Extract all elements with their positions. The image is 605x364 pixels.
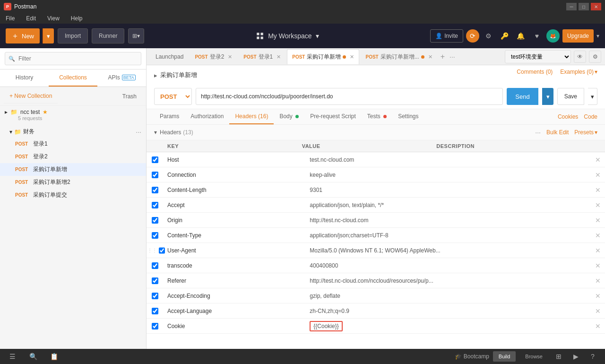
sidebar-tab-collections[interactable]: Collections [49, 69, 97, 87]
tab-purchase-add[interactable]: POST 采购订单新增 ✕ [287, 49, 359, 64]
save-button[interactable]: Save [557, 88, 584, 105]
search-bottom-button[interactable]: 🔍 [26, 350, 40, 363]
delete-row-button[interactable]: ✕ [595, 217, 601, 224]
bell-icon[interactable]: 🔔 [514, 29, 527, 43]
key-icon[interactable]: 🔑 [498, 29, 511, 43]
build-tab-button[interactable]: Build [493, 351, 516, 362]
menu-help[interactable]: Help [69, 14, 85, 23]
delete-row-button[interactable]: ✕ [595, 292, 601, 300]
sidebar-tab-history[interactable]: History [0, 69, 49, 87]
req-tab-settings[interactable]: Settings [392, 109, 424, 124]
req-tab-params[interactable]: Params [154, 109, 185, 124]
collection-item[interactable]: ▸ 📁 ncc test ★ 5 requests [0, 106, 146, 124]
row-checkbox[interactable] [152, 156, 158, 163]
menu-edit[interactable]: Edit [24, 14, 38, 23]
env-settings-button[interactable]: ⚙ [589, 51, 601, 63]
delete-row-button[interactable]: ✕ [595, 171, 601, 179]
collection-bottom-button[interactable]: 📋 [47, 350, 60, 363]
close-tab-purchase2[interactable]: ✕ [428, 54, 432, 60]
req-tab-body[interactable]: Body [274, 109, 304, 124]
delete-row-button[interactable]: ✕ [595, 186, 601, 194]
delete-row-button[interactable]: ✕ [595, 156, 601, 164]
row-checkbox[interactable] [152, 262, 158, 269]
sidebar-tab-apis[interactable]: APIs BETA [97, 69, 146, 87]
tab-login1[interactable]: POST 登录1 ✕ [238, 49, 286, 64]
avatar[interactable]: 🦊 [546, 29, 560, 43]
trash-button[interactable]: Trash [117, 89, 142, 104]
close-button[interactable]: ✕ [591, 3, 601, 10]
workspace-selector[interactable]: My Workspace ▾ [148, 32, 426, 40]
row-checkbox[interactable] [152, 293, 158, 299]
row-checkbox[interactable] [152, 308, 158, 314]
request-item-5[interactable]: POST 采购订单提交 [0, 189, 146, 201]
import-button[interactable]: Import [58, 28, 88, 43]
upgrade-button[interactable]: Upgrade [562, 29, 594, 43]
close-tab-login2[interactable]: ✕ [228, 54, 232, 60]
row-checkbox[interactable] [152, 277, 158, 284]
send-button[interactable]: Send [507, 88, 538, 105]
sidebar-toggle-button[interactable]: ☰ [6, 350, 19, 363]
new-button[interactable]: ＋ New [6, 28, 40, 43]
req-tab-tests[interactable]: Tests [362, 109, 392, 124]
layout-button[interactable]: ⊞ [552, 350, 565, 363]
menu-view[interactable]: View [45, 14, 61, 23]
search-input[interactable] [5, 52, 141, 65]
row-checkbox[interactable] [152, 217, 158, 224]
comments-link[interactable]: Comments (0) [517, 69, 553, 75]
delete-row-button[interactable]: ✕ [595, 307, 601, 315]
runner-bottom-button[interactable]: ▶ [569, 350, 582, 363]
close-tab-purchase[interactable]: ✕ [350, 54, 354, 60]
browse-tab-button[interactable]: Browse [519, 351, 548, 362]
method-selector[interactable]: POST [154, 88, 192, 105]
req-tab-prerequest[interactable]: Pre-request Script [304, 109, 362, 124]
row-checkbox[interactable] [152, 232, 158, 239]
menu-file[interactable]: File [4, 14, 17, 23]
cookie-variable[interactable]: {{Cookie}} [310, 321, 342, 331]
help-button[interactable]: ? [586, 350, 599, 363]
runner-button[interactable]: Runner [92, 28, 124, 43]
delete-row-button[interactable]: ✕ [595, 232, 601, 239]
row-checkbox[interactable] [152, 202, 158, 208]
heart-icon[interactable]: ♥ [530, 29, 544, 43]
new-collection-button[interactable]: + New Collection [4, 89, 58, 104]
delete-row-button[interactable]: ✕ [595, 247, 601, 254]
delete-row-button[interactable]: ✕ [595, 201, 601, 209]
save-dropdown-button[interactable]: ▾ [588, 88, 597, 105]
delete-row-button[interactable]: ✕ [595, 322, 601, 330]
tab-launchpad[interactable]: Launchpad [150, 49, 189, 64]
invite-button[interactable]: 👤 Invite [430, 29, 463, 43]
tab-purchase-add2[interactable]: POST 采购订单新增... ✕ [360, 49, 437, 64]
maximize-button[interactable]: □ [579, 3, 589, 10]
new-dropdown-button[interactable]: ▾ [43, 28, 54, 43]
folder-menu-icon[interactable]: ··· [136, 128, 141, 136]
req-tab-headers[interactable]: Headers (16) [229, 109, 274, 124]
code-link[interactable]: Code [584, 113, 597, 120]
folder-header[interactable]: ▾ 📁 财务 ··· [0, 126, 146, 138]
request-item-4[interactable]: POST 采购订单新增2 [0, 176, 146, 189]
row-checkbox[interactable] [152, 323, 158, 329]
request-item-1[interactable]: POST 登录1 [0, 138, 146, 150]
req-tab-authorization[interactable]: Authorization [185, 109, 229, 124]
cookies-link[interactable]: Cookies [558, 113, 578, 120]
bulk-edit-button[interactable]: Bulk Edit [546, 129, 569, 136]
more-actions-icon[interactable]: ··· [535, 129, 541, 136]
toggle-arrow[interactable]: ▾ [154, 129, 157, 136]
tab-login2[interactable]: POST 登录2 ✕ [190, 49, 237, 64]
bootcamp-link[interactable]: 🎓 Bootcamp [455, 353, 489, 360]
url-input[interactable] [196, 88, 503, 105]
row-checkbox[interactable] [152, 187, 158, 193]
more-tabs-button[interactable]: ··· [448, 53, 457, 61]
request-item-3[interactable]: POST 采购订单新增 [0, 163, 146, 176]
examples-link[interactable]: Examples (0) ▾ [560, 69, 597, 75]
drag-handle-icon[interactable]: ⋮⋮ [147, 248, 159, 253]
row-checkbox[interactable] [152, 172, 158, 178]
minimize-button[interactable]: ─ [566, 3, 577, 10]
proxy-button[interactable]: ⊞▾ [128, 28, 144, 43]
delete-row-button[interactable]: ✕ [595, 262, 601, 269]
request-item-2[interactable]: POST 登录2 [0, 150, 146, 163]
presets-button[interactable]: Presets ▾ [574, 129, 597, 136]
upgrade-chevron[interactable]: ▾ [596, 33, 599, 39]
send-dropdown-button[interactable]: ▾ [542, 88, 553, 105]
env-eye-button[interactable]: 👁 [574, 51, 586, 63]
delete-row-button[interactable]: ✕ [595, 277, 601, 285]
